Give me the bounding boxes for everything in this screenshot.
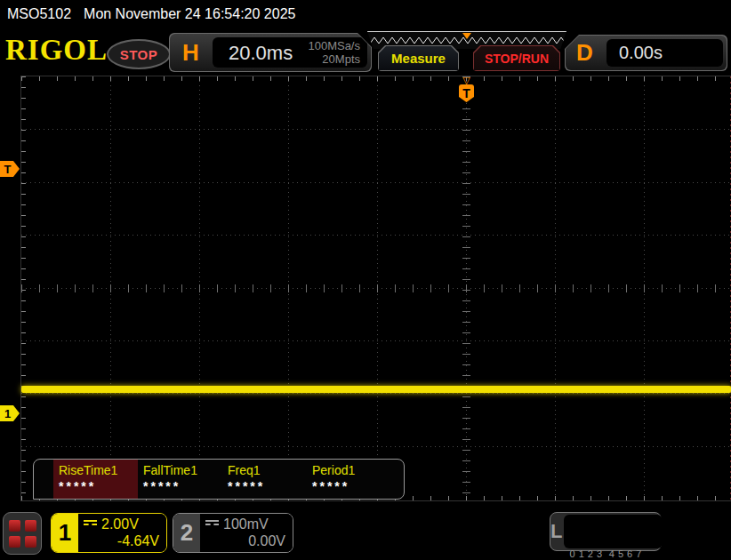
- stop-run-button[interactable]: STOP/RUN: [473, 45, 560, 71]
- trigger-position-arrow-icon: ▽: [459, 76, 474, 84]
- memory-trigger-position-icon[interactable]: [462, 33, 471, 39]
- measure-button[interactable]: Measure: [378, 45, 459, 71]
- delay-panel[interactable]: D 0.00s: [565, 35, 727, 71]
- logic-channel-numbers: 0 1 2 3 4 5 6 7 8 9 1011 12131415: [564, 515, 663, 548]
- trigger-level-marker[interactable]: T: [0, 161, 20, 177]
- status-bar: MSO5102 Mon November 24 16:54:20 2025: [7, 4, 295, 25]
- measurement-value: *****: [143, 479, 222, 493]
- channel2-scale: 100mV: [223, 516, 269, 532]
- channel1-trace: [21, 386, 731, 393]
- channel1-offset-marker[interactable]: 1: [0, 405, 20, 421]
- channel2-number[interactable]: 2: [173, 514, 200, 552]
- datetime-label: Mon November 24 16:54:20 2025: [84, 6, 295, 22]
- dc-coupling-icon: [205, 520, 219, 529]
- delay-value: 0.00s: [619, 43, 663, 63]
- logic-analyzer-label: L: [550, 513, 562, 550]
- measurement-value: *****: [228, 479, 307, 493]
- measurement-period[interactable]: Period1 *****: [307, 460, 391, 499]
- measure-button-label: Measure: [391, 51, 446, 66]
- delay-display[interactable]: 0.00s: [606, 39, 723, 67]
- channel2-values: 100mV 0.00V: [200, 514, 293, 552]
- logic-analyzer-block[interactable]: L 0 1 2 3 4 5 6 7 8 9 1011 12131415: [550, 512, 662, 551]
- channel2-offset: 0.00V: [205, 533, 285, 549]
- measurement-value: *****: [59, 479, 138, 493]
- timebase-value: 20.0ms: [229, 42, 293, 65]
- memory-depth-value: 20Mpts: [308, 52, 360, 66]
- menu-button[interactable]: [3, 512, 42, 555]
- measurement-falltime[interactable]: FallTime1 *****: [138, 460, 222, 499]
- stop-run-button-label: STOP/RUN: [485, 52, 549, 66]
- timebase-display[interactable]: 20.0ms 100MSa/s 20Mpts: [213, 37, 367, 68]
- measurement-value: *****: [312, 479, 391, 493]
- center-vertical-ticks: [462, 76, 470, 500]
- dc-coupling-icon: [84, 520, 97, 529]
- measurement-label: Freq1: [228, 463, 307, 477]
- rigol-logo: RIGOL: [5, 34, 108, 67]
- measurement-label: Period1: [312, 463, 391, 477]
- channel1-values: 2.00V -4.64V: [78, 514, 166, 552]
- channel1-scale: 2.00V: [101, 516, 139, 532]
- channel1-block[interactable]: 1 2.00V -4.64V: [51, 513, 167, 553]
- horizontal-label: H: [182, 39, 199, 67]
- menu-grid-icon: [9, 520, 36, 548]
- top-tick-marks: [21, 76, 731, 81]
- model-label: MSO5102: [7, 6, 71, 22]
- logic-row-0-7: 0 1 2 3 4 5 6 7: [569, 547, 661, 560]
- trigger-position-marker[interactable]: ▽ T: [459, 76, 474, 102]
- waveform-graticule: ▽ T: [20, 76, 731, 501]
- acquisition-state-badge: STOP: [107, 39, 171, 69]
- sample-rate-value: 100MSa/s: [308, 39, 360, 52]
- horizontal-panel[interactable]: H 20.0ms 100MSa/s 20Mpts: [169, 33, 372, 72]
- bottom-bar: 1 2.00V -4.64V 2 100mV 0.00V L: [0, 502, 731, 560]
- measurement-freq[interactable]: Freq1 *****: [222, 460, 307, 499]
- measurement-risetime[interactable]: RiseTime1 *****: [53, 460, 138, 499]
- channel1-offset: -4.64V: [84, 533, 159, 549]
- measurement-label: FallTime1: [143, 463, 222, 477]
- channel2-block[interactable]: 2 100mV 0.00V: [173, 513, 293, 553]
- measurements-panel: RiseTime1 ***** FallTime1 ***** Freq1 **…: [33, 459, 405, 500]
- center-horizontal-ticks: [21, 284, 731, 292]
- trigger-position-badge: T: [459, 84, 474, 102]
- oscilloscope-screen: MSO5102 Mon November 24 16:54:20 2025 RI…: [0, 0, 731, 560]
- delay-label: D: [576, 39, 593, 67]
- measurement-label: RiseTime1: [59, 463, 138, 477]
- sample-rate-info: 100MSa/s 20Mpts: [308, 39, 360, 66]
- channel1-number[interactable]: 1: [52, 514, 78, 552]
